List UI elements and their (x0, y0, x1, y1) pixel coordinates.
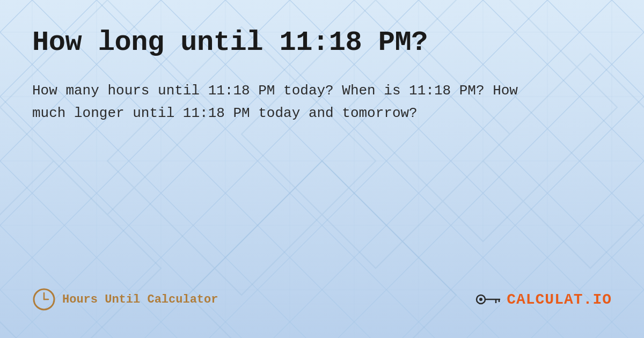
calculat-logo: CALCULAT.IO (475, 289, 612, 310)
page-footer: Hours Until Calculator CALCULAT.IO (32, 288, 612, 317)
calculat-logo-text: CALCULAT.IO (507, 291, 612, 308)
clock-icon (32, 288, 56, 311)
page-title: How long until 11:18 PM? (32, 27, 612, 58)
brand-label: Hours Until Calculator (62, 293, 218, 306)
brand-section: Hours Until Calculator (32, 288, 218, 311)
calculat-logo-main: CALCULAT (507, 291, 583, 308)
svg-point-20 (479, 298, 482, 301)
calculat-logo-tld: .IO (583, 291, 612, 308)
page-description: How many hours until 11:18 PM today? Whe… (32, 80, 542, 124)
calculat-logo-icon (475, 289, 502, 310)
